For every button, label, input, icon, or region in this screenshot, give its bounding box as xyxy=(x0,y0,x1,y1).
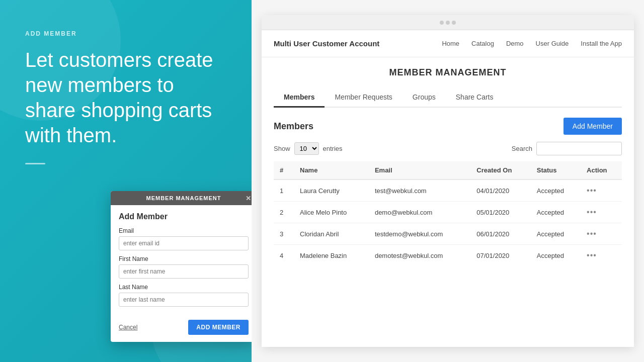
app-nav: Multi User Customer Account Home Catalog… xyxy=(262,30,634,57)
tab-members[interactable]: Members xyxy=(274,88,325,108)
hero-heading: Let customers create new members to shar… xyxy=(25,47,226,148)
col-name: Name xyxy=(294,161,369,179)
col-email: Email xyxy=(369,161,470,179)
add-member-label: ADD MEMBER xyxy=(25,30,226,37)
table-row: 4 Madelene Bazin demotest@webkul.com 07/… xyxy=(274,245,622,266)
cell-status: Accepted xyxy=(531,202,581,223)
entries-select[interactable]: 10 25 50 xyxy=(294,142,319,155)
members-table: # Name Email Created On Status Action 1 … xyxy=(274,161,622,266)
page-title: MEMBER MANAGEMENT xyxy=(274,67,622,78)
cancel-button[interactable]: Cancel xyxy=(119,324,137,331)
action-menu-icon[interactable]: ••• xyxy=(587,251,597,259)
right-panel: Multi User Customer Account Home Catalog… xyxy=(252,0,644,362)
modal-wrapper: MEMBER MANAGEMENT ✕ Add Member Email Fir… xyxy=(111,191,252,342)
browser-dot-3 xyxy=(452,21,456,25)
nav-link-catalog[interactable]: Catalog xyxy=(471,40,494,47)
cell-email: demotest@webkul.com xyxy=(369,245,470,266)
table-row: 2 Alice Melo Pinto demo@webkul.com 05/01… xyxy=(274,202,622,223)
nav-link-user-guide[interactable]: User Guide xyxy=(536,40,569,47)
nav-links: Home Catalog Demo User Guide Install the… xyxy=(442,40,622,47)
cell-index: 1 xyxy=(274,179,294,202)
tab-member-requests[interactable]: Member Requests xyxy=(325,88,402,108)
cell-action[interactable]: ••• xyxy=(581,223,622,245)
cell-email: demo@webkul.com xyxy=(369,202,470,223)
cell-name: Cloridan Abril xyxy=(294,223,369,245)
table-header-row: # Name Email Created On Status Action xyxy=(274,161,622,179)
first-name-field[interactable] xyxy=(119,264,249,279)
search-label: Search xyxy=(512,145,532,152)
table-row: 1 Laura Cerutty test@webkul.com 04/01/20… xyxy=(274,179,622,202)
email-label: Email xyxy=(119,227,249,234)
main-content: MEMBER MANAGEMENT Members Member Request… xyxy=(262,57,634,276)
nav-link-home[interactable]: Home xyxy=(442,40,459,47)
cell-name: Alice Melo Pinto xyxy=(294,202,369,223)
action-menu-icon[interactable]: ••• xyxy=(587,186,597,195)
entries-label: entries xyxy=(323,145,343,152)
tab-groups[interactable]: Groups xyxy=(403,88,446,108)
col-status: Status xyxy=(531,161,581,179)
cell-action[interactable]: ••• xyxy=(581,202,622,223)
close-icon[interactable]: ✕ xyxy=(246,195,252,202)
modal-title: Add Member xyxy=(119,212,249,221)
col-created-on: Created On xyxy=(470,161,531,179)
cell-name: Laura Cerutty xyxy=(294,179,369,202)
last-name-field[interactable] xyxy=(119,293,249,307)
last-name-label: Last Name xyxy=(119,284,249,291)
table-controls: Show 10 25 50 entries Search xyxy=(274,142,622,155)
action-menu-icon[interactable]: ••• xyxy=(587,208,597,216)
col-action: Action xyxy=(581,161,622,179)
browser-dot-1 xyxy=(440,21,444,25)
action-menu-icon[interactable]: ••• xyxy=(587,229,597,238)
first-name-label: First Name xyxy=(119,255,249,262)
nav-link-demo[interactable]: Demo xyxy=(506,40,524,47)
cell-status: Accepted xyxy=(531,179,581,202)
app-brand: Multi User Customer Account xyxy=(274,39,379,48)
tab-share-carts[interactable]: Share Carts xyxy=(446,88,504,108)
cell-status: Accepted xyxy=(531,245,581,266)
table-row: 3 Cloridan Abril testdemo@webkul.com 06/… xyxy=(274,223,622,245)
divider xyxy=(25,163,45,164)
show-label: Show xyxy=(274,145,290,152)
modal-body: Add Member Email First Name Last Name xyxy=(111,205,252,315)
add-member-modal: MEMBER MANAGEMENT ✕ Add Member Email Fir… xyxy=(111,191,252,342)
cell-index: 4 xyxy=(274,245,294,266)
members-header: Members Add Member xyxy=(274,118,622,135)
cell-created-on: 07/01/2020 xyxy=(470,245,531,266)
cell-created-on: 04/01/2020 xyxy=(470,179,531,202)
browser-bar xyxy=(262,15,634,30)
modal-add-member-button[interactable]: ADD MEMBER xyxy=(188,320,249,335)
cell-index: 3 xyxy=(274,223,294,245)
cell-index: 2 xyxy=(274,202,294,223)
modal-footer: Cancel ADD MEMBER xyxy=(111,315,252,342)
cell-name: Madelene Bazin xyxy=(294,245,369,266)
cell-status: Accepted xyxy=(531,223,581,245)
browser-window: Multi User Customer Account Home Catalog… xyxy=(262,15,634,347)
modal-header-title: MEMBER MANAGEMENT xyxy=(146,195,221,201)
tabs: Members Member Requests Groups Share Car… xyxy=(274,88,622,108)
browser-dot-2 xyxy=(446,21,450,25)
cell-email: test@webkul.com xyxy=(369,179,470,202)
search-area: Search xyxy=(512,142,622,155)
members-section-title: Members xyxy=(274,121,313,132)
cell-created-on: 05/01/2020 xyxy=(470,202,531,223)
cell-email: testdemo@webkul.com xyxy=(369,223,470,245)
col-hash: # xyxy=(274,161,294,179)
cell-created-on: 06/01/2020 xyxy=(470,223,531,245)
nav-link-install[interactable]: Install the App xyxy=(581,40,622,47)
show-entries: Show 10 25 50 entries xyxy=(274,142,343,155)
cell-action[interactable]: ••• xyxy=(581,245,622,266)
add-member-button[interactable]: Add Member xyxy=(564,118,622,135)
email-field[interactable] xyxy=(119,236,249,250)
cell-action[interactable]: ••• xyxy=(581,179,622,202)
search-input[interactable] xyxy=(536,142,622,155)
modal-header: MEMBER MANAGEMENT ✕ xyxy=(111,191,252,205)
left-panel: ADD MEMBER Let customers create new memb… xyxy=(0,0,252,362)
